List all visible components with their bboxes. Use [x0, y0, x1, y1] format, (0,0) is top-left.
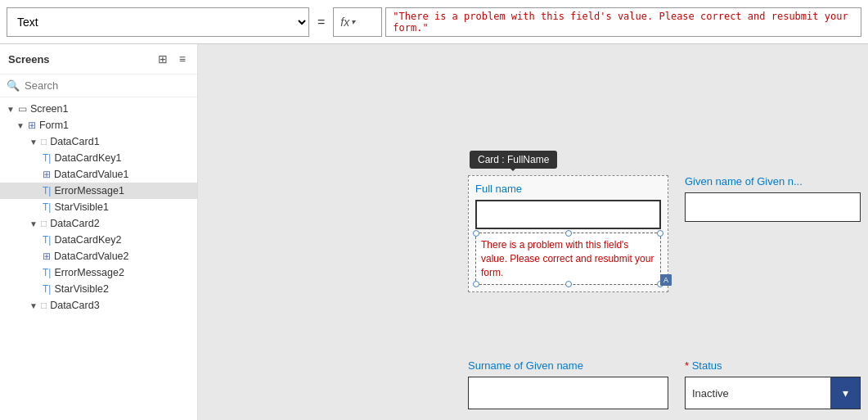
dataval-icon: ⊞: [43, 169, 51, 180]
tree-item-datacard1[interactable]: ▼ □ DataCard1: [0, 133, 197, 150]
list-view-button[interactable]: ≡: [176, 51, 189, 67]
tree-item-datacardvalue2[interactable]: ⊞ DataCardValue2: [0, 248, 197, 264]
status-label: * Status: [685, 359, 861, 372]
tree: ▼ ▭ Screen1 ▼ ⊞ Form1 ▼ □ DataCard1 T| D…: [0, 97, 197, 420]
handle-bc: [565, 281, 572, 287]
search-input[interactable]: [25, 79, 191, 92]
fullname-card: Full name There is a problem with this f…: [468, 175, 668, 292]
search-box: 🔍: [0, 75, 197, 97]
tree-label-datacardvalue1: DataCardValue1: [54, 169, 129, 180]
tree-item-datacardkey1[interactable]: T| DataCardKey1: [0, 150, 197, 166]
given-name-label: Given name of Given n...: [685, 175, 861, 187]
tree-label-datacard2: DataCard2: [50, 218, 99, 229]
chevron-icon: ▼: [29, 138, 38, 147]
fx-label: fx: [340, 16, 349, 29]
form-icon: ⊞: [28, 120, 36, 131]
datacard-icon: □: [41, 136, 47, 147]
status-value: Inactive: [686, 377, 830, 409]
fullname-field-label: Full name: [475, 183, 661, 195]
search-icon: 🔍: [7, 79, 20, 92]
status-card: * Status Inactive ▾: [685, 359, 861, 409]
grid-view-button[interactable]: ⊞: [155, 51, 171, 67]
tree-label-form1: Form1: [39, 120, 69, 131]
chevron-icon: ▼: [16, 121, 25, 130]
anchor-icon: A: [660, 274, 672, 286]
tree-label-screen1: Screen1: [30, 103, 69, 115]
handle-tl: [473, 230, 479, 237]
required-star: *: [685, 359, 692, 372]
tree-label-errormessage2: ErrorMessage2: [54, 267, 124, 278]
status-dropdown-button[interactable]: ▾: [830, 377, 860, 409]
tree-label-datacardkey2: DataCardKey2: [54, 234, 121, 246]
chevron-icon: ▼: [7, 105, 15, 114]
status-label-text: Status: [692, 359, 722, 372]
toolbar: Text = fx ▾ "There is a problem with thi…: [0, 0, 868, 44]
card-tooltip: Card : FullName: [470, 151, 557, 169]
chevron-icon: ▼: [29, 219, 38, 228]
sidebar-view-icons: ⊞ ≡: [155, 51, 189, 67]
chevron-icon: ▼: [29, 301, 38, 310]
text-icon: T|: [43, 234, 51, 246]
tree-label-errormessage1: ErrorMessage1: [54, 185, 124, 196]
surname-card: Surname of Given name: [468, 359, 668, 409]
surname-label: Surname of Given name: [468, 359, 668, 372]
tree-item-datacardvalue1[interactable]: ⊞ DataCardValue1: [0, 166, 197, 183]
chevron-down-icon: ▾: [843, 386, 848, 400]
datacard-icon: □: [41, 300, 47, 311]
card-tooltip-text: Card : FullName: [478, 154, 549, 165]
handle-tr: [657, 230, 663, 237]
text-icon: T|: [43, 201, 51, 213]
tree-item-datacardkey2[interactable]: T| DataCardKey2: [0, 232, 197, 248]
datacard-icon: □: [41, 218, 47, 229]
tree-label-datacard1: DataCard1: [50, 136, 99, 147]
handle-bl: [473, 281, 479, 287]
tree-item-form1[interactable]: ▼ ⊞ Form1: [0, 117, 197, 133]
sidebar: Screens ⊞ ≡ 🔍 ▼ ▭ Screen1 ▼ ⊞ Form1: [0, 44, 198, 420]
error-message-box: There is a problem with this field's val…: [475, 233, 661, 285]
tree-item-datacard2[interactable]: ▼ □ DataCard2: [0, 215, 197, 232]
handle-tc: [565, 230, 572, 237]
surname-input[interactable]: [468, 377, 668, 409]
tree-label-datacardvalue2: DataCardValue2: [54, 251, 129, 262]
tree-label-starvisible2: StarVisible2: [54, 283, 108, 295]
tree-item-datacard3[interactable]: ▼ □ DataCard3: [0, 297, 197, 314]
canvas: Card : FullName Full name There is a pro…: [198, 44, 868, 420]
given-name-card: Given name of Given n...: [685, 175, 861, 222]
text-icon: T|: [43, 283, 51, 295]
tree-label-datacard3: DataCard3: [50, 300, 99, 311]
tree-item-screen1[interactable]: ▼ ▭ Screen1: [0, 101, 197, 117]
formula-value: "There is a problem with this field's va…: [393, 11, 854, 34]
text-icon: T|: [43, 185, 51, 196]
tree-item-errormessage2[interactable]: T| ErrorMessage2: [0, 264, 197, 281]
screen-icon: ▭: [18, 103, 27, 115]
given-name-input[interactable]: [685, 192, 861, 222]
fullname-input[interactable]: [475, 200, 661, 229]
tree-item-starvisible1[interactable]: T| StarVisible1: [0, 199, 197, 215]
error-message-text: There is a problem with this field's val…: [481, 239, 654, 278]
tree-item-starvisible2[interactable]: T| StarVisible2: [0, 281, 197, 297]
status-dropdown[interactable]: Inactive ▾: [685, 377, 861, 409]
text-icon: T|: [43, 152, 51, 164]
dataval-icon: ⊞: [43, 251, 51, 262]
tree-item-errormessage1[interactable]: T| ErrorMessage1: [0, 183, 197, 199]
text-icon: T|: [43, 267, 51, 278]
formula-bar[interactable]: "There is a problem with this field's va…: [385, 7, 861, 37]
sidebar-header: Screens ⊞ ≡: [0, 44, 197, 75]
tree-label-datacardkey1: DataCardKey1: [54, 152, 121, 164]
property-select[interactable]: Text: [7, 7, 309, 37]
fx-button[interactable]: fx ▾: [333, 7, 382, 37]
equals-sign: =: [313, 15, 330, 29]
chevron-down-icon: ▾: [351, 17, 355, 26]
tree-label-starvisible1: StarVisible1: [54, 201, 108, 213]
main-layout: Screens ⊞ ≡ 🔍 ▼ ▭ Screen1 ▼ ⊞ Form1: [0, 44, 868, 420]
sidebar-title: Screens: [8, 53, 50, 65]
